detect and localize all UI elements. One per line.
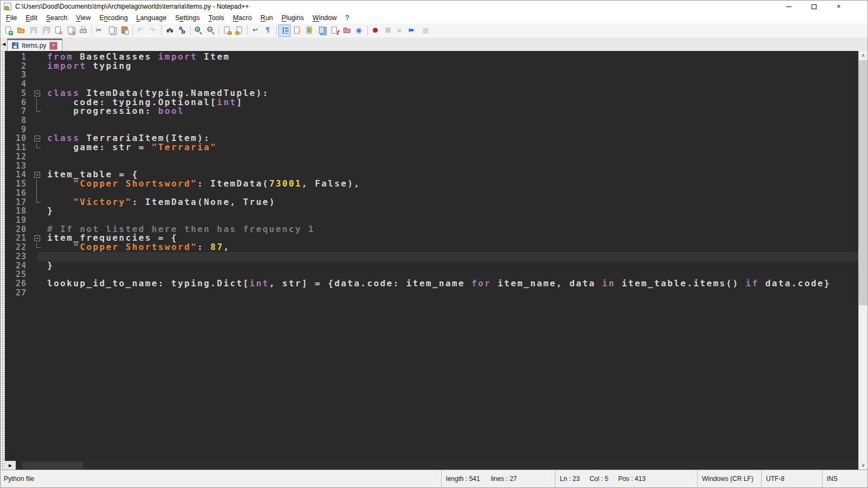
code-line-11[interactable]: 11 game: str = "Terraria" bbox=[5, 143, 858, 152]
line-number[interactable]: 8 bbox=[5, 116, 32, 125]
macro-save-button[interactable] bbox=[419, 24, 432, 37]
code-line-22[interactable]: 22 "Copper Shortsword": 87, bbox=[5, 243, 858, 252]
minimize-button[interactable] bbox=[776, 1, 801, 12]
macro-run-multiple-button[interactable] bbox=[407, 24, 419, 37]
dock-grip[interactable] bbox=[1, 51, 5, 470]
code-line-23[interactable]: 23 bbox=[5, 252, 858, 261]
line-number[interactable]: 5 bbox=[5, 89, 32, 98]
code-line-1[interactable]: 1from BaseClasses import Item bbox=[5, 53, 858, 62]
status-eol-format[interactable]: Windows (CR LF) bbox=[697, 470, 761, 487]
menu-item-edit[interactable]: Edit bbox=[21, 12, 42, 23]
macro-play-button[interactable] bbox=[394, 24, 407, 37]
menu-item-help[interactable]: ? bbox=[341, 12, 354, 23]
horizontal-scroll-thumb[interactable] bbox=[22, 461, 83, 469]
open-button[interactable] bbox=[15, 24, 27, 37]
line-number[interactable]: 2 bbox=[5, 62, 32, 71]
line-number[interactable]: 26 bbox=[5, 279, 32, 288]
code-lines[interactable]: 1from BaseClasses import Item2import typ… bbox=[5, 51, 858, 461]
code-line-17[interactable]: 17 "Victory": ItemData(None, True) bbox=[5, 198, 858, 207]
undo-button[interactable] bbox=[135, 24, 147, 37]
line-number[interactable]: 19 bbox=[5, 216, 32, 225]
fold-collapse-icon[interactable] bbox=[32, 170, 47, 179]
line-number[interactable]: 1 bbox=[5, 53, 32, 62]
replace-button[interactable] bbox=[176, 24, 188, 37]
line-number[interactable]: 20 bbox=[5, 225, 32, 234]
line-number[interactable]: 11 bbox=[5, 143, 32, 152]
line-number[interactable]: 13 bbox=[5, 162, 32, 171]
code-line-7[interactable]: 7 progression: bool bbox=[5, 107, 858, 116]
new-file-button[interactable] bbox=[2, 24, 15, 37]
document-map-button[interactable] bbox=[303, 24, 316, 37]
line-number[interactable]: 21 bbox=[5, 234, 32, 243]
scroll-left-arrow-icon[interactable]: ▶ bbox=[5, 461, 16, 470]
vertical-scroll-thumb[interactable] bbox=[859, 60, 867, 305]
line-number[interactable]: 25 bbox=[5, 270, 32, 279]
menu-item-tools[interactable]: Tools bbox=[204, 12, 228, 23]
print-button[interactable] bbox=[77, 24, 90, 37]
save-all-button[interactable] bbox=[40, 24, 52, 37]
line-number[interactable]: 22 bbox=[5, 243, 32, 252]
menu-item-run[interactable]: Run bbox=[256, 12, 277, 23]
indent-guide-button[interactable] bbox=[278, 24, 291, 37]
line-number[interactable]: 9 bbox=[5, 125, 32, 134]
vertical-scrollbar[interactable]: ∧ ∨ bbox=[858, 51, 867, 470]
line-number[interactable]: 7 bbox=[5, 107, 32, 116]
scroll-up-arrow-icon[interactable]: ∧ bbox=[859, 51, 867, 60]
code-line-26[interactable]: 26lookup_id_to_name: typing.Dict[int, st… bbox=[5, 279, 858, 288]
menu-item-settings[interactable]: Settings bbox=[171, 12, 204, 23]
copy-button[interactable] bbox=[106, 24, 118, 37]
code-line-27[interactable]: 27 bbox=[5, 288, 858, 298]
show-all-characters-button[interactable] bbox=[262, 24, 275, 37]
fold-collapse-icon[interactable] bbox=[32, 89, 47, 98]
status-encoding[interactable]: UTF-8 bbox=[761, 470, 822, 487]
code-line-8[interactable]: 8 bbox=[5, 116, 858, 125]
redo-button[interactable] bbox=[147, 24, 159, 37]
save-button[interactable] bbox=[27, 24, 40, 37]
function-list-button[interactable] bbox=[328, 24, 341, 37]
menu-item-file[interactable]: File bbox=[2, 12, 21, 23]
file-monitoring-button[interactable] bbox=[353, 24, 366, 37]
maximize-button[interactable] bbox=[801, 1, 826, 12]
find-button[interactable] bbox=[163, 24, 176, 37]
word-wrap-button[interactable] bbox=[250, 24, 262, 37]
fold-collapse-icon[interactable] bbox=[32, 234, 47, 243]
line-number[interactable]: 3 bbox=[5, 70, 32, 80]
zoom-out-button[interactable] bbox=[205, 24, 217, 37]
code-line-18[interactable]: 18} bbox=[5, 207, 858, 216]
line-number[interactable]: 23 bbox=[5, 252, 32, 261]
line-number[interactable]: 14 bbox=[5, 170, 32, 179]
menu-item-view[interactable]: View bbox=[72, 12, 95, 23]
macro-stop-button[interactable] bbox=[382, 24, 394, 37]
macro-record-button[interactable] bbox=[369, 24, 382, 37]
tab-scroll-left-icon[interactable]: ◀ bbox=[1, 37, 7, 51]
cut-button[interactable] bbox=[93, 24, 106, 37]
fold-collapse-icon[interactable] bbox=[32, 134, 47, 143]
sync-vertical-button[interactable] bbox=[221, 24, 233, 37]
sync-horizontal-button[interactable] bbox=[233, 24, 246, 37]
code-line-12[interactable]: 12 bbox=[5, 152, 858, 162]
menu-item-window[interactable]: Window bbox=[308, 12, 341, 23]
line-number[interactable]: 24 bbox=[5, 261, 32, 271]
tab-close-icon[interactable]: × bbox=[49, 42, 58, 50]
vertical-scroll-track[interactable] bbox=[859, 60, 867, 461]
close-button[interactable] bbox=[52, 24, 65, 37]
line-number[interactable]: 17 bbox=[5, 198, 32, 207]
function-completion-button[interactable] bbox=[291, 24, 303, 37]
code-line-15[interactable]: 15 "Copper Shortsword": ItemData(73001, … bbox=[5, 179, 858, 189]
line-number[interactable]: 12 bbox=[5, 152, 32, 162]
code-line-2[interactable]: 2import typing bbox=[5, 62, 858, 71]
menu-item-macro[interactable]: Macro bbox=[228, 12, 256, 23]
scroll-down-arrow-icon[interactable]: ∨ bbox=[859, 461, 867, 470]
document-switcher-button[interactable] bbox=[316, 24, 328, 37]
folder-as-workspace-button[interactable] bbox=[341, 24, 353, 37]
line-number[interactable]: 4 bbox=[5, 80, 32, 89]
line-number[interactable]: 15 bbox=[5, 179, 32, 189]
close-button[interactable]: × bbox=[826, 1, 851, 12]
line-number[interactable]: 6 bbox=[5, 98, 32, 107]
status-insert-mode[interactable]: INS bbox=[822, 470, 867, 487]
line-number[interactable]: 18 bbox=[5, 207, 32, 216]
menu-item-encoding[interactable]: Encoding bbox=[95, 12, 132, 23]
menu-item-plugins[interactable]: Plugins bbox=[277, 12, 308, 23]
code-line-24[interactable]: 24} bbox=[5, 261, 858, 271]
zoom-in-button[interactable] bbox=[192, 24, 205, 37]
